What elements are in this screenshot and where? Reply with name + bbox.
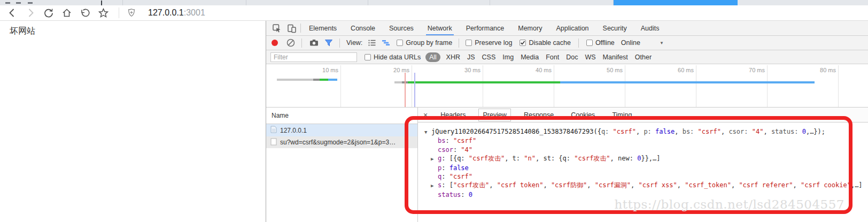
table-row[interactable]: 127.0.0.1 <box>266 124 417 136</box>
request-name: 127.0.0.1 <box>280 127 307 134</box>
timeline-tick-label: 60 ms <box>656 67 694 73</box>
tab-strip-fragment <box>16 2 21 4</box>
timeline-tick-label: 50 ms <box>585 67 623 73</box>
offline-label[interactable]: Offline <box>595 39 615 47</box>
devtools-tab-performance[interactable]: Performance <box>466 21 505 35</box>
timeline-tick-label: 10 ms <box>301 67 338 73</box>
toolbar-divider <box>300 24 301 33</box>
tab-strip-fragment <box>5 2 10 4</box>
disable-cache-checkbox[interactable] <box>520 40 526 46</box>
browser-tab[interactable] <box>123 0 246 5</box>
request-timing-bar[interactable] <box>560 81 815 83</box>
timeline-tick-label: 40 ms <box>514 67 552 73</box>
bookmark-star-icon[interactable] <box>97 7 109 19</box>
filter-type-all[interactable]: All <box>425 52 440 62</box>
watermark-text: https://blog.csdn.net/lsd284504557 <box>614 197 844 211</box>
timeline-gridline <box>625 65 625 107</box>
browser-tab[interactable] <box>246 0 368 5</box>
request-name: su?wd=csrf&sugmode=2&json=1&p=3… <box>280 139 396 146</box>
tab-strip-fragment <box>101 1 102 5</box>
devtools-tab-sources[interactable]: Sources <box>389 21 414 35</box>
request-timing-bar[interactable] <box>328 79 337 81</box>
filter-type-xhr[interactable]: XHR <box>446 53 460 61</box>
document-icon <box>270 126 277 135</box>
json-pl: ,…] <box>851 181 863 189</box>
devtools-tab-elements[interactable]: Elements <box>308 21 337 35</box>
group-by-frame-checkbox[interactable] <box>397 40 403 46</box>
filter-type-font[interactable]: Font <box>546 53 559 61</box>
hide-data-urls-label[interactable]: Hide data URLs <box>374 53 421 61</box>
timeline-gridline <box>838 65 839 107</box>
timeline-tick-label: 80 ms <box>799 67 836 73</box>
site-security-shield-icon[interactable] <box>126 7 137 19</box>
hide-data-urls-checkbox[interactable] <box>365 54 371 60</box>
browser-tab[interactable] <box>490 0 614 5</box>
filter-type-js[interactable]: JS <box>467 53 475 61</box>
filter-type-other[interactable]: Other <box>635 53 652 61</box>
load-event-line <box>405 73 406 107</box>
forward-icon[interactable] <box>25 7 36 19</box>
domcontentloaded-event-line <box>414 73 415 107</box>
timeline-gridline <box>696 65 696 107</box>
throttling-select[interactable]: Online <box>621 39 640 47</box>
browser-tab-strip <box>0 0 868 5</box>
resource-type-filters: AllXHRJSCSSImgMediaFontDocWSManifestOthe… <box>425 52 658 62</box>
devtools-tab-memory[interactable]: Memory <box>517 21 542 35</box>
url-host[interactable]: 127.0.0.1 <box>148 8 184 18</box>
capture-screenshots-camera-icon[interactable] <box>308 37 319 48</box>
back-icon[interactable] <box>6 7 18 19</box>
network-filter-bar: Hide data URLs AllXHRJSCSSImgMediaFontDo… <box>266 50 868 64</box>
network-overview-waterfall[interactable]: 10 ms20 ms30 ms40 ms50 ms60 ms70 ms80 ms <box>266 64 868 108</box>
request-timing-bar[interactable] <box>277 79 313 81</box>
preserve-log-label[interactable]: Preserve log <box>475 39 512 47</box>
view-waterfall-icon[interactable] <box>381 37 391 48</box>
timeline-tick-label: 70 ms <box>727 67 765 73</box>
chevron-down-icon[interactable]: ▼ <box>660 41 664 45</box>
filter-type-css[interactable]: CSS <box>482 53 496 61</box>
offline-checkbox[interactable] <box>586 40 593 46</box>
table-row[interactable]: su?wd=csrf&sugmode=2&json=1&p=3… <box>266 136 417 148</box>
preserve-log-checkbox[interactable] <box>466 40 472 46</box>
timeline-gridline <box>412 65 412 107</box>
filter-type-media[interactable]: Media <box>521 53 539 61</box>
filter-type-manifest[interactable]: Manifest <box>603 53 628 61</box>
devtools-tab-application[interactable]: Application <box>555 21 589 35</box>
browser-tab-active[interactable] <box>614 0 738 5</box>
inspect-element-icon[interactable] <box>272 23 282 34</box>
name-header-label: Name <box>272 112 289 119</box>
devtools-tab-security[interactable]: Security <box>602 21 627 35</box>
undo-icon[interactable] <box>79 7 91 19</box>
request-timing-bar[interactable] <box>313 79 320 81</box>
timeline-gridline <box>554 65 554 107</box>
filter-type-doc[interactable]: Doc <box>566 53 578 61</box>
record-button[interactable] <box>272 40 278 46</box>
toolbar-divider <box>339 39 340 48</box>
page-viewport: 坏网站 <box>0 21 266 222</box>
url-port[interactable]: :3001 <box>184 8 205 18</box>
request-timing-bar[interactable] <box>320 79 328 81</box>
devtools-tab-network[interactable]: Network <box>427 21 453 35</box>
group-by-frame-label[interactable]: Group by frame <box>406 39 452 47</box>
page-title: 坏网站 <box>10 26 35 37</box>
disable-cache-label[interactable]: Disable cache <box>529 39 571 47</box>
browser-tab[interactable] <box>738 0 868 5</box>
filter-type-ws[interactable]: WS <box>585 53 595 61</box>
request-timing-bar[interactable] <box>408 81 560 83</box>
devtools-tab-console[interactable]: Console <box>350 21 376 35</box>
devtools-tab-audits[interactable]: Audits <box>640 21 660 35</box>
refresh-icon[interactable] <box>43 7 55 19</box>
view-list-icon[interactable] <box>367 37 377 48</box>
filter-funnel-icon[interactable] <box>323 37 334 48</box>
filter-input[interactable] <box>270 52 357 62</box>
file-icon <box>270 138 277 147</box>
request-table-name-header[interactable]: Name <box>266 108 417 124</box>
browser-tab[interactable] <box>368 0 490 5</box>
device-toolbar-icon[interactable] <box>286 23 297 34</box>
timeline-gridline <box>767 65 768 107</box>
devtools-panel: ElementsConsoleSourcesNetworkPerformance… <box>266 21 868 222</box>
timeline-gridline <box>340 65 341 107</box>
request-timing-bar[interactable] <box>394 81 402 83</box>
filter-type-img[interactable]: Img <box>502 53 514 61</box>
home-icon[interactable] <box>61 7 73 19</box>
clear-icon[interactable] <box>285 37 296 48</box>
